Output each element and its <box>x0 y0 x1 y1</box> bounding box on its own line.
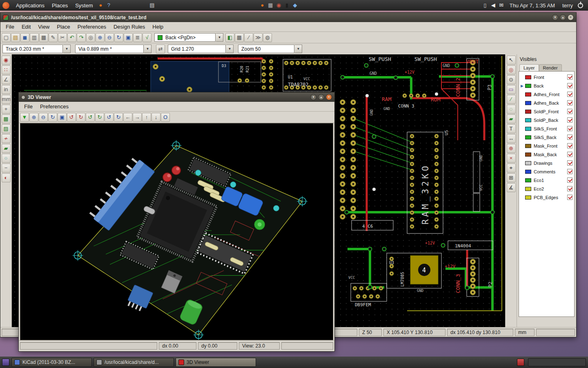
maximize-button[interactable]: ▴ <box>560 14 566 20</box>
menu-preferences[interactable]: Preferences <box>74 22 110 31</box>
grid-origin-tool-icon[interactable]: ⊞ <box>507 173 516 182</box>
mail-icon[interactable]: ✉ <box>497 1 506 9</box>
footprint-mode-icon[interactable]: ▦ <box>235 33 244 42</box>
viewer3d-viewport[interactable] <box>20 123 333 340</box>
tracks-sketch-toggle-icon[interactable]: − <box>2 164 11 173</box>
layer-row-mask_back[interactable]: Mask_Back <box>519 150 574 159</box>
show-net-names-tool-icon[interactable]: ⊙ <box>507 75 516 84</box>
drill-origin-tool-icon[interactable]: ⌖ <box>507 164 516 173</box>
fast-mode-icon[interactable]: ≫ <box>254 33 263 42</box>
layer-row-drawings[interactable]: Drawings <box>519 159 574 167</box>
viewer3d-maximize-button[interactable]: ▴ <box>318 94 324 100</box>
layer-visibility-checkbox[interactable] <box>567 92 572 97</box>
layer-color-swatch[interactable] <box>525 170 531 174</box>
layer-color-swatch[interactable] <box>525 92 531 96</box>
zoom-fit-icon[interactable]: ▣ <box>58 113 67 122</box>
layer-color-swatch[interactable] <box>525 84 531 88</box>
layer-color-swatch[interactable] <box>525 187 531 191</box>
menu-applications[interactable]: Applications <box>12 1 48 10</box>
layer-visibility-checkbox[interactable] <box>567 109 572 114</box>
tablet-input-icon[interactable]: ▯ <box>481 1 489 9</box>
zoom-redraw-icon[interactable]: ↻ <box>48 113 57 122</box>
tray-chat-icon[interactable]: ◆ <box>291 1 299 9</box>
layer-color-swatch[interactable] <box>525 127 531 131</box>
zoom-out-icon[interactable]: ⊖ <box>105 33 114 42</box>
track-autodelete-toggle-icon[interactable]: ≁ <box>2 134 11 143</box>
rotate-y-pos-icon[interactable]: ↻ <box>95 113 104 122</box>
reload-board-icon[interactable]: ▼ <box>20 113 29 122</box>
units-inch-icon[interactable]: in <box>2 85 11 94</box>
layer-color-swatch[interactable] <box>525 135 531 139</box>
layer-selector-dropdown[interactable]: ▼ <box>216 33 223 42</box>
menu-system[interactable]: System <box>71 1 96 10</box>
menu-preferences[interactable]: Preferences <box>36 102 72 111</box>
layer-row-soldp_back[interactable]: SoldP_Back <box>519 116 574 124</box>
layer-row-silks_front[interactable]: SilkS_Front <box>519 124 574 133</box>
layer-row-adhes_back[interactable]: Adhes_Back <box>519 99 574 107</box>
pads-sketch-toggle-icon[interactable]: ○ <box>2 154 11 163</box>
menu-place[interactable]: Place <box>53 22 74 31</box>
new-board-icon[interactable]: ▢ <box>2 33 11 42</box>
layer-visibility-checkbox[interactable] <box>567 100 572 105</box>
help-icon[interactable]: ? <box>105 1 113 9</box>
module-ratsnest-toggle-icon[interactable]: ▨ <box>2 124 11 133</box>
menu-help[interactable]: Help <box>149 22 167 31</box>
firefox-icon[interactable]: ● <box>96 1 105 9</box>
user-menu[interactable]: terry <box>562 2 573 9</box>
menu-edit[interactable]: Edit <box>18 22 34 31</box>
add-dimension-tool-icon[interactable]: ↔ <box>507 134 516 143</box>
task-kicad-button[interactable]: KiCad (2011-03-30 BZ... <box>11 358 92 367</box>
netlist-dialog-icon[interactable]: ≣ <box>133 33 142 42</box>
menu-places[interactable]: Places <box>48 1 71 10</box>
layer-color-swatch[interactable] <box>525 101 531 105</box>
workspace-applet-icon[interactable] <box>517 359 524 366</box>
pan-left-icon[interactable]: ← <box>123 113 132 122</box>
cursor-shape-toggle-icon[interactable]: + <box>2 105 11 114</box>
add-zone-tool-icon[interactable]: ▰ <box>507 114 516 123</box>
cut-tool-icon[interactable]: ✂ <box>58 33 67 42</box>
find-items-icon[interactable]: ◎ <box>86 33 95 42</box>
layer-visibility-checkbox[interactable] <box>567 160 572 166</box>
window-list-trough[interactable] <box>528 358 586 366</box>
track-width-selector[interactable]: Track 0.203 mm * <box>2 45 63 53</box>
add-via-tool-icon[interactable]: ◌ <box>507 105 516 114</box>
layer-row-front[interactable]: Front <box>519 73 574 81</box>
layer-row-pcb_edges[interactable]: PCB_Edges <box>519 193 574 202</box>
units-mm-icon[interactable]: mm <box>2 95 11 104</box>
layer-visibility-checkbox[interactable] <box>567 117 572 123</box>
measure-tool-icon[interactable]: ∡ <box>507 183 516 192</box>
polar-coords-toggle-icon[interactable]: ∠ <box>2 75 11 84</box>
page-settings-icon[interactable]: ▥ <box>30 33 39 42</box>
close-button[interactable]: × <box>568 14 574 20</box>
tray-firefox-icon[interactable]: ● <box>258 1 266 9</box>
menu-file[interactable]: File <box>20 102 36 111</box>
zones-display-toggle-icon[interactable]: ▰ <box>2 144 11 153</box>
layer-visibility-checkbox[interactable] <box>567 195 572 200</box>
layer-color-swatch[interactable] <box>525 161 531 165</box>
ortho-view-icon[interactable]: O <box>161 113 170 122</box>
zoom-redraw-icon[interactable]: ↻ <box>114 33 123 42</box>
online-docs-icon[interactable]: ◍ <box>263 33 272 42</box>
viewer3d-close-button[interactable]: × <box>326 94 332 100</box>
grid-toggle-icon[interactable]: ∷ <box>2 65 11 74</box>
drc-toggle-icon[interactable]: ◉ <box>2 56 11 65</box>
layer-visibility-checkbox[interactable] <box>567 83 572 88</box>
layer-row-eco1[interactable]: Eco1 <box>519 176 574 184</box>
layer-visibility-checkbox[interactable] <box>567 126 572 131</box>
layer-visibility-checkbox[interactable] <box>567 135 572 140</box>
distributor-logo-icon[interactable] <box>2 2 9 9</box>
tray-calculator-icon[interactable]: ▦ <box>266 1 274 9</box>
clock[interactable]: Thu Apr 7, 1:35 AM <box>510 2 555 9</box>
zoom-selector[interactable]: Zoom 50 <box>238 45 294 53</box>
rotate-x-neg-icon[interactable]: ↺ <box>67 113 76 122</box>
layer-row-comments[interactable]: Comments <box>519 167 574 176</box>
pan-up-icon[interactable]: ↑ <box>142 113 151 122</box>
show-desktop-icon[interactable] <box>2 359 9 366</box>
grid-dropdown[interactable]: ▼ <box>226 45 234 53</box>
rotate-y-neg-icon[interactable]: ↺ <box>86 113 95 122</box>
print-board-icon[interactable]: ▦ <box>39 33 48 42</box>
rotate-x-pos-icon[interactable]: ↻ <box>76 113 85 122</box>
layer-visibility-checkbox[interactable] <box>567 169 572 174</box>
tab-render[interactable]: Render <box>539 64 562 71</box>
layer-visibility-checkbox[interactable] <box>567 143 572 148</box>
